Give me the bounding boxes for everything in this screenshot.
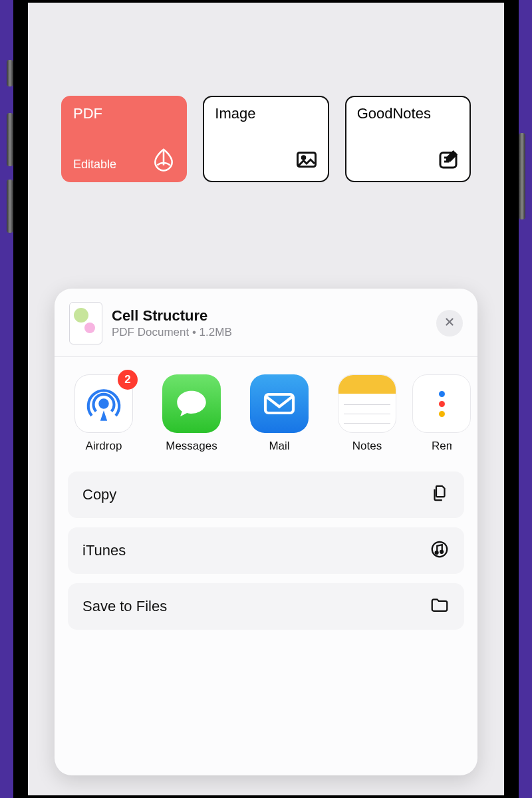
file-info: Cell Structure PDF Document • 1.2MB — [112, 307, 427, 339]
share-app-messages[interactable]: Messages — [160, 374, 223, 453]
phone-side-button — [7, 180, 13, 233]
phone-frame: PDF Editable Image — [13, 0, 519, 798]
phone-side-button — [7, 113, 13, 166]
file-title: Cell Structure — [112, 307, 427, 325]
share-app-label: Reminders — [432, 440, 452, 453]
close-button[interactable] — [436, 310, 463, 336]
action-itunes[interactable]: iTunes — [68, 527, 464, 574]
share-app-mail[interactable]: Mail — [247, 374, 311, 453]
notes-icon — [338, 374, 396, 433]
svg-point-3 — [100, 400, 107, 407]
action-label: Save to Files — [82, 598, 167, 615]
messages-icon — [162, 374, 221, 433]
share-app-label: Notes — [352, 440, 382, 453]
notebook-icon — [436, 148, 460, 174]
format-title: GoodNotes — [357, 105, 459, 122]
action-copy[interactable]: Copy — [68, 471, 464, 518]
file-thumbnail — [69, 302, 102, 344]
svg-point-1 — [302, 156, 305, 160]
phone-side-button — [7, 60, 13, 86]
action-save-to-files[interactable]: Save to Files — [68, 583, 464, 630]
share-actions: Copy iTunes — [55, 462, 477, 630]
phone-side-button — [519, 133, 525, 219]
notification-badge: 2 — [118, 370, 138, 390]
file-meta: PDF Document • 1.2MB — [112, 326, 427, 339]
airdrop-icon: 2 — [74, 374, 133, 433]
pdf-icon — [151, 146, 176, 174]
itunes-icon — [430, 539, 450, 562]
close-icon — [444, 316, 456, 331]
format-title: Image — [215, 105, 317, 122]
svg-point-6 — [436, 551, 438, 554]
svg-point-5 — [432, 542, 448, 557]
share-app-label: Messages — [166, 440, 217, 453]
format-subtitle: Editable — [73, 158, 116, 172]
format-card-image[interactable]: Image — [203, 96, 329, 182]
share-app-label: Mail — [269, 440, 289, 453]
share-sheet-header: Cell Structure PDF Document • 1.2MB — [55, 289, 477, 357]
share-sheet: Cell Structure PDF Document • 1.2MB — [55, 289, 477, 775]
format-picker: PDF Editable Image — [61, 96, 471, 182]
copy-icon — [430, 483, 450, 506]
action-label: iTunes — [82, 542, 126, 559]
screen: PDF Editable Image — [28, 3, 504, 795]
reminders-icon — [412, 374, 471, 433]
format-card-pdf[interactable]: PDF Editable — [61, 96, 187, 182]
format-title: PDF — [73, 105, 175, 122]
folder-icon — [430, 595, 450, 618]
svg-point-7 — [440, 551, 443, 553]
share-app-label: Airdrop — [86, 440, 122, 453]
svg-rect-4 — [265, 394, 293, 413]
image-icon — [295, 148, 319, 174]
share-app-reminders[interactable]: Reminders — [423, 374, 460, 453]
format-card-goodnotes[interactable]: GoodNotes — [345, 96, 471, 182]
share-app-row[interactable]: 2 Airdrop Messages — [55, 357, 477, 462]
action-label: Copy — [82, 486, 116, 503]
share-app-notes[interactable]: Notes — [335, 374, 399, 453]
mail-icon — [250, 374, 309, 433]
share-app-airdrop[interactable]: 2 Airdrop — [72, 374, 136, 453]
